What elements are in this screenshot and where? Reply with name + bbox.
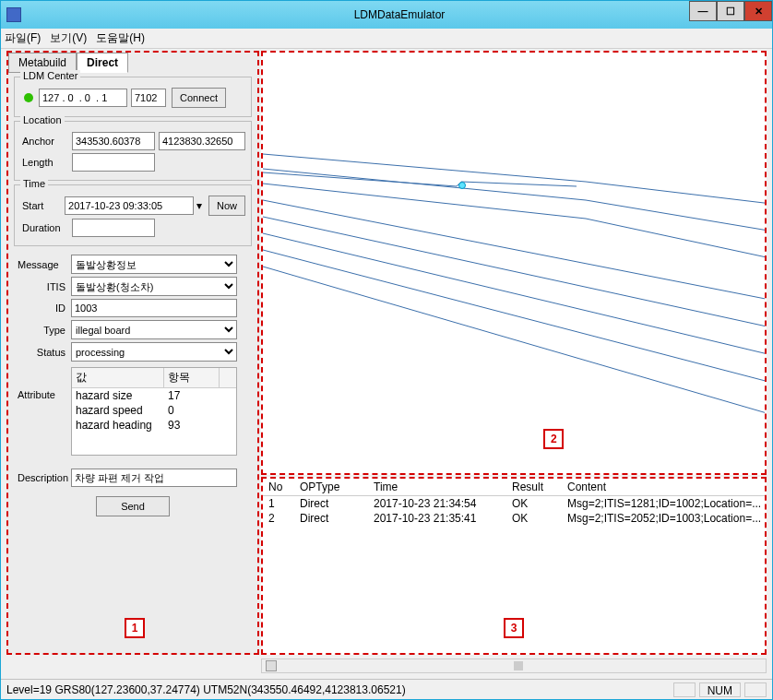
status-label: Status (16, 347, 71, 358)
type-label: Type (16, 325, 71, 336)
statusbar: Level=19 GRS80(127.23600,37.24774) UTM52… (1, 679, 772, 699)
titlebar[interactable]: LDMDataEmulator — ☐ ✕ (1, 1, 772, 29)
annotation-1: 1 (125, 618, 145, 638)
attr-row: hazard size17 (72, 388, 236, 403)
map-canvas[interactable] (263, 53, 765, 473)
datetime-dropdown-icon[interactable]: ▾ (194, 199, 205, 212)
left-panel: Metabuild Direct LDM Center Connect Loca… (6, 51, 259, 655)
status-numlock: NUM (699, 682, 741, 697)
attr-hdr-val: 항목 (164, 368, 220, 387)
log-row[interactable]: 1 Direct 2017-10-23 21:34:54 OK Msg=2;IT… (263, 496, 765, 511)
menu-view[interactable]: 보기(V) (50, 30, 87, 46)
status-cell-empty2 (744, 682, 767, 697)
map-marker-icon (458, 182, 466, 189)
time-legend: Time (20, 178, 48, 189)
app-window: LDMDataEmulator — ☐ ✕ 파일(F) 보기(V) 도움말(H)… (0, 0, 773, 700)
log-panel: No OPType Time Result Content 1 Direct 2… (261, 477, 767, 655)
menubar: 파일(F) 보기(V) 도움말(H) (1, 29, 772, 49)
attr-row: hazard heading93 (72, 418, 236, 433)
menu-help[interactable]: 도움말(H) (96, 30, 145, 46)
message-form: Message 돌발상황정보 ITIS 돌발상황(청소차) ID Type il… (8, 248, 257, 523)
attr-row: hazard speed0 (72, 403, 236, 418)
log-col-content[interactable]: Content (567, 481, 765, 493)
tab-direct[interactable]: Direct (77, 53, 128, 73)
send-button[interactable]: Send (96, 496, 170, 516)
connect-button[interactable]: Connect (172, 88, 226, 108)
length-label: Length (20, 157, 72, 168)
connection-status-icon (24, 93, 33, 102)
start-label: Start (20, 200, 65, 211)
log-row[interactable]: 2 Direct 2017-10-23 21:35:41 OK Msg=2;IT… (263, 511, 765, 526)
type-select[interactable]: illegal board (71, 320, 237, 339)
anchor-label: Anchor (20, 136, 72, 147)
group-ldm-center: LDM Center Connect (14, 77, 252, 117)
log-col-result[interactable]: Result (512, 481, 567, 493)
app-icon (6, 7, 21, 22)
maximize-button[interactable]: ☐ (717, 1, 744, 21)
ldm-legend: LDM Center (20, 70, 80, 81)
anchor-y-input[interactable] (159, 132, 245, 150)
map-panel[interactable]: 2 (261, 51, 767, 475)
description-input[interactable] (71, 469, 237, 487)
ip-input[interactable] (39, 89, 127, 107)
duration-input[interactable] (72, 219, 155, 237)
annotation-2: 2 (543, 429, 564, 449)
message-select[interactable]: 돌발상황정보 (71, 255, 237, 274)
duration-label: Duration (20, 222, 72, 233)
start-input[interactable] (65, 196, 194, 215)
status-text: Level=19 GRS80(127.23600,37.24774) UTM52… (6, 683, 406, 696)
log-header: No OPType Time Result Content (263, 479, 765, 496)
id-input[interactable] (71, 299, 237, 317)
scroll-grip-icon[interactable] (514, 661, 523, 670)
anchor-x-input[interactable] (72, 132, 155, 150)
description-label: Description (16, 472, 71, 483)
itis-label: ITIS (16, 281, 71, 292)
annotation-3: 3 (504, 618, 524, 638)
status-cell-empty (673, 682, 696, 697)
itis-select[interactable]: 돌발상황(청소차) (71, 277, 237, 296)
window-title: LDMDataEmulator (27, 8, 772, 21)
log-col-no[interactable]: No (263, 481, 300, 493)
log-col-time[interactable]: Time (374, 481, 512, 493)
attribute-table[interactable]: 값항목 hazard size17 hazard speed0 hazard h… (71, 367, 237, 456)
menu-file[interactable]: 파일(F) (5, 30, 41, 46)
now-button[interactable]: Now (208, 196, 245, 216)
length-input[interactable] (72, 153, 155, 172)
minimize-button[interactable]: — (689, 1, 717, 21)
horizontal-scrollbar[interactable] (261, 658, 767, 673)
attribute-label: Attribute (16, 367, 71, 400)
id-label: ID (16, 303, 71, 314)
group-time: Time Start ▾ Now Duration (14, 184, 252, 246)
close-button[interactable]: ✕ (744, 1, 772, 21)
attr-hdr-key: 값 (72, 368, 164, 387)
log-table[interactable]: No OPType Time Result Content 1 Direct 2… (263, 479, 765, 526)
port-input[interactable] (131, 89, 166, 107)
content-area: Metabuild Direct LDM Center Connect Loca… (6, 51, 767, 673)
message-label: Message (16, 259, 71, 270)
location-legend: Location (20, 114, 65, 125)
status-select[interactable]: processing (71, 342, 237, 362)
log-col-type[interactable]: OPType (300, 481, 374, 493)
scroll-left-icon[interactable] (266, 660, 277, 671)
group-location: Location Anchor Length (14, 121, 252, 181)
